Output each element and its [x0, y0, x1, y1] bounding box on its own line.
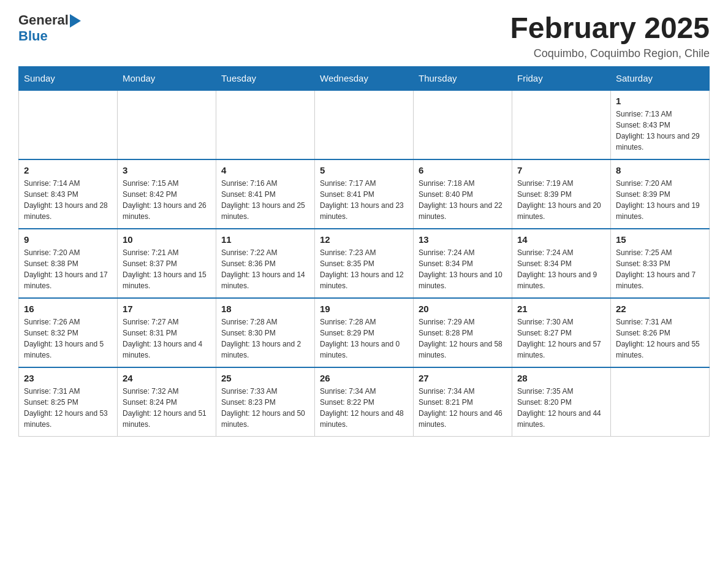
day-cell: 21Sunrise: 7:30 AMSunset: 8:27 PMDayligh…	[512, 298, 611, 367]
day-cell	[611, 367, 710, 437]
day-sun-info: Sunrise: 7:34 AMSunset: 8:21 PMDaylight:…	[419, 386, 507, 430]
day-number: 16	[24, 304, 112, 314]
day-sun-info: Sunrise: 7:24 AMSunset: 8:34 PMDaylight:…	[419, 247, 507, 291]
day-number: 28	[517, 373, 605, 383]
weekday-header-tuesday: Tuesday	[216, 66, 315, 90]
day-sun-info: Sunrise: 7:16 AMSunset: 8:41 PMDaylight:…	[221, 178, 309, 222]
day-cell: 10Sunrise: 7:21 AMSunset: 8:37 PMDayligh…	[118, 229, 216, 298]
day-number: 4	[221, 165, 309, 175]
calendar-table: SundayMondayTuesdayWednesdayThursdayFrid…	[18, 66, 710, 437]
day-cell: 25Sunrise: 7:33 AMSunset: 8:23 PMDayligh…	[216, 367, 315, 437]
day-number: 26	[320, 373, 408, 383]
day-number: 6	[419, 165, 507, 175]
day-cell: 16Sunrise: 7:26 AMSunset: 8:32 PMDayligh…	[19, 298, 118, 367]
day-cell: 14Sunrise: 7:24 AMSunset: 8:34 PMDayligh…	[512, 229, 611, 298]
day-sun-info: Sunrise: 7:34 AMSunset: 8:22 PMDaylight:…	[320, 386, 408, 430]
day-sun-info: Sunrise: 7:24 AMSunset: 8:34 PMDaylight:…	[517, 247, 605, 291]
day-cell: 24Sunrise: 7:32 AMSunset: 8:24 PMDayligh…	[118, 367, 216, 437]
page-header: General Blue February 2025 Coquimbo, Coq…	[18, 12, 710, 60]
day-sun-info: Sunrise: 7:28 AMSunset: 8:29 PMDaylight:…	[320, 316, 408, 361]
week-row-2: 2Sunrise: 7:14 AMSunset: 8:43 PMDaylight…	[19, 159, 710, 229]
day-cell: 15Sunrise: 7:25 AMSunset: 8:33 PMDayligh…	[611, 229, 710, 298]
day-cell: 11Sunrise: 7:22 AMSunset: 8:36 PMDayligh…	[216, 229, 315, 298]
logo-blue-text: Blue	[18, 28, 48, 44]
day-cell	[512, 90, 611, 159]
day-sun-info: Sunrise: 7:19 AMSunset: 8:39 PMDaylight:…	[517, 178, 605, 222]
day-cell: 4Sunrise: 7:16 AMSunset: 8:41 PMDaylight…	[216, 159, 315, 229]
day-number: 22	[616, 304, 704, 314]
day-number: 24	[123, 373, 211, 383]
day-cell: 27Sunrise: 7:34 AMSunset: 8:21 PMDayligh…	[414, 367, 512, 437]
day-sun-info: Sunrise: 7:26 AMSunset: 8:32 PMDaylight:…	[24, 316, 112, 361]
day-sun-info: Sunrise: 7:31 AMSunset: 8:26 PMDaylight:…	[616, 316, 704, 361]
title-section: February 2025 Coquimbo, Coquimbo Region,…	[510, 12, 710, 60]
week-row-5: 23Sunrise: 7:31 AMSunset: 8:25 PMDayligh…	[19, 367, 710, 437]
day-sun-info: Sunrise: 7:23 AMSunset: 8:35 PMDaylight:…	[320, 247, 408, 291]
day-cell: 13Sunrise: 7:24 AMSunset: 8:34 PMDayligh…	[414, 229, 512, 298]
day-number: 1	[616, 96, 704, 106]
week-row-4: 16Sunrise: 7:26 AMSunset: 8:32 PMDayligh…	[19, 298, 710, 367]
day-sun-info: Sunrise: 7:13 AMSunset: 8:43 PMDaylight:…	[616, 109, 704, 153]
day-sun-info: Sunrise: 7:21 AMSunset: 8:37 PMDaylight:…	[123, 247, 211, 291]
day-number: 10	[123, 234, 211, 245]
day-sun-info: Sunrise: 7:17 AMSunset: 8:41 PMDaylight:…	[320, 178, 408, 222]
day-number: 9	[24, 234, 112, 245]
day-number: 25	[221, 373, 309, 383]
day-sun-info: Sunrise: 7:32 AMSunset: 8:24 PMDaylight:…	[123, 386, 211, 430]
weekday-header-thursday: Thursday	[414, 66, 512, 90]
day-cell: 12Sunrise: 7:23 AMSunset: 8:35 PMDayligh…	[315, 229, 414, 298]
day-cell: 19Sunrise: 7:28 AMSunset: 8:29 PMDayligh…	[315, 298, 414, 367]
day-sun-info: Sunrise: 7:33 AMSunset: 8:23 PMDaylight:…	[221, 386, 309, 430]
weekday-header-wednesday: Wednesday	[315, 66, 414, 90]
day-cell: 20Sunrise: 7:29 AMSunset: 8:28 PMDayligh…	[414, 298, 512, 367]
day-number: 21	[517, 304, 605, 314]
day-sun-info: Sunrise: 7:27 AMSunset: 8:31 PMDaylight:…	[123, 316, 211, 361]
logo-general-text: General	[18, 12, 69, 28]
logo-arrow-icon	[70, 14, 81, 28]
day-number: 3	[123, 165, 211, 175]
day-cell: 9Sunrise: 7:20 AMSunset: 8:38 PMDaylight…	[19, 229, 118, 298]
month-title: February 2025	[510, 12, 710, 45]
day-number: 17	[123, 304, 211, 314]
week-row-1: 1Sunrise: 7:13 AMSunset: 8:43 PMDaylight…	[19, 90, 710, 159]
day-number: 18	[221, 304, 309, 314]
day-number: 12	[320, 234, 408, 245]
day-number: 15	[616, 234, 704, 245]
day-cell: 6Sunrise: 7:18 AMSunset: 8:40 PMDaylight…	[414, 159, 512, 229]
day-cell: 22Sunrise: 7:31 AMSunset: 8:26 PMDayligh…	[611, 298, 710, 367]
day-cell: 23Sunrise: 7:31 AMSunset: 8:25 PMDayligh…	[19, 367, 118, 437]
day-cell: 5Sunrise: 7:17 AMSunset: 8:41 PMDaylight…	[315, 159, 414, 229]
day-cell: 1Sunrise: 7:13 AMSunset: 8:43 PMDaylight…	[611, 90, 710, 159]
day-cell	[19, 90, 118, 159]
day-sun-info: Sunrise: 7:30 AMSunset: 8:27 PMDaylight:…	[517, 316, 605, 361]
weekday-header-row: SundayMondayTuesdayWednesdayThursdayFrid…	[19, 66, 710, 90]
weekday-header-sunday: Sunday	[19, 66, 118, 90]
weekday-header-saturday: Saturday	[611, 66, 710, 90]
day-sun-info: Sunrise: 7:35 AMSunset: 8:20 PMDaylight:…	[517, 386, 605, 430]
day-number: 14	[517, 234, 605, 245]
week-row-3: 9Sunrise: 7:20 AMSunset: 8:38 PMDaylight…	[19, 229, 710, 298]
day-number: 2	[24, 165, 112, 175]
day-number: 13	[419, 234, 507, 245]
day-sun-info: Sunrise: 7:15 AMSunset: 8:42 PMDaylight:…	[123, 178, 211, 222]
day-number: 27	[419, 373, 507, 383]
day-cell: 8Sunrise: 7:20 AMSunset: 8:39 PMDaylight…	[611, 159, 710, 229]
day-sun-info: Sunrise: 7:25 AMSunset: 8:33 PMDaylight:…	[616, 247, 704, 291]
weekday-header-monday: Monday	[118, 66, 216, 90]
day-sun-info: Sunrise: 7:29 AMSunset: 8:28 PMDaylight:…	[419, 316, 507, 361]
day-cell	[216, 90, 315, 159]
day-cell	[414, 90, 512, 159]
day-sun-info: Sunrise: 7:31 AMSunset: 8:25 PMDaylight:…	[24, 386, 112, 430]
day-number: 8	[616, 165, 704, 175]
day-cell: 17Sunrise: 7:27 AMSunset: 8:31 PMDayligh…	[118, 298, 216, 367]
day-sun-info: Sunrise: 7:28 AMSunset: 8:30 PMDaylight:…	[221, 316, 309, 361]
day-number: 23	[24, 373, 112, 383]
day-number: 5	[320, 165, 408, 175]
day-cell: 3Sunrise: 7:15 AMSunset: 8:42 PMDaylight…	[118, 159, 216, 229]
logo: General Blue	[18, 12, 81, 44]
weekday-header-friday: Friday	[512, 66, 611, 90]
day-sun-info: Sunrise: 7:22 AMSunset: 8:36 PMDaylight:…	[221, 247, 309, 291]
day-sun-info: Sunrise: 7:20 AMSunset: 8:39 PMDaylight:…	[616, 178, 704, 222]
day-number: 19	[320, 304, 408, 314]
location-label: Coquimbo, Coquimbo Region, Chile	[510, 47, 710, 60]
